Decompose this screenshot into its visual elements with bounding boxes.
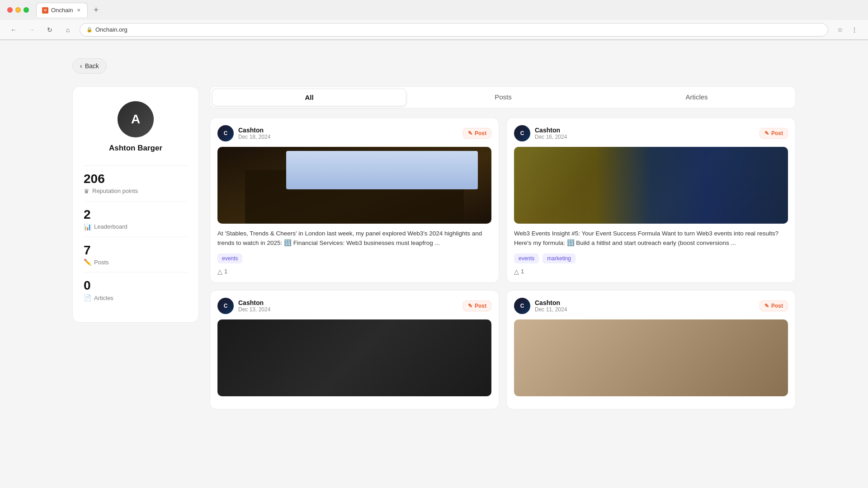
posts-icon: ✏️ — [84, 258, 91, 266]
main-layout: A Ashton Barger 206 ♛ Reputation points … — [72, 86, 796, 409]
upvote-button[interactable]: △ 1 — [217, 268, 227, 275]
reload-nav-button[interactable]: ↻ — [43, 23, 56, 36]
tab-close-button[interactable]: ✕ — [75, 7, 82, 14]
leaderboard-stat: 2 📊 Leaderboard — [84, 201, 188, 237]
author-name: Cashton — [535, 299, 567, 306]
bookmark-button[interactable]: ☆ — [834, 23, 846, 36]
address-bar[interactable]: 🔒 Onchain.org — [80, 23, 828, 37]
post-image — [514, 147, 788, 224]
post-author: C Cashton Dec 18, 2024 — [217, 125, 270, 141]
post-tag[interactable]: events — [514, 253, 539, 263]
posts-stat: 7 ✏️ Posts — [84, 237, 188, 272]
upvote-count: 1 — [224, 268, 227, 275]
post-tag[interactable]: marketing — [542, 253, 576, 263]
leaderboard-number: 2 — [84, 208, 188, 222]
content-tabs: All Posts Articles — [210, 86, 796, 108]
reputation-stat: 206 ♛ Reputation points — [84, 165, 188, 201]
profile-name: Ashton Barger — [109, 144, 162, 153]
tab-title: Onchain — [51, 7, 73, 14]
page-content: ‹ Back A Ashton Barger 206 ♛ Reputation … — [0, 40, 868, 488]
url-text: Onchain.org — [95, 26, 127, 33]
post-author-info: Cashton Dec 16, 2024 — [535, 127, 567, 140]
nav-actions: ☆ ⋮ — [834, 23, 861, 36]
browser-tab-onchain[interactable]: O Onchain ✕ — [36, 3, 88, 17]
content-area: All Posts Articles C Cashton — [210, 86, 796, 409]
lock-icon: 🔒 — [86, 27, 93, 33]
reputation-number: 206 — [84, 172, 188, 186]
articles-label: 📄 Articles — [84, 294, 188, 301]
back-nav-button[interactable]: ← — [7, 23, 20, 36]
post-date: Dec 11, 2024 — [535, 306, 567, 313]
author-name: Cashton — [535, 127, 567, 134]
menu-button[interactable]: ⋮ — [848, 23, 861, 36]
tab-all[interactable]: All — [212, 89, 406, 106]
avatar-image: A — [118, 101, 154, 137]
posts-grid: C Cashton Dec 18, 2024 ✎ Post — [210, 117, 796, 409]
titlebar: O Onchain ✕ + — [0, 0, 868, 20]
post-avatar: C — [217, 125, 234, 141]
upvote-button[interactable]: △ 1 — [514, 268, 524, 275]
post-date: Dec 16, 2024 — [535, 134, 567, 140]
avatar-image: C — [217, 298, 234, 314]
edit-icon: ✎ — [468, 303, 472, 309]
tab-posts[interactable]: Posts — [406, 89, 600, 106]
post-type-badge: ✎ Post — [760, 128, 788, 139]
post-author: C Cashton Dec 11, 2024 — [514, 298, 567, 314]
articles-icon: 📄 — [84, 294, 91, 301]
post-header: C Cashton Dec 18, 2024 ✎ Post — [217, 125, 491, 141]
traffic-lights — [7, 7, 29, 13]
post-type-badge: ✎ Post — [463, 128, 491, 139]
upvote-icon: △ — [217, 268, 222, 275]
forward-nav-button[interactable]: → — [25, 23, 38, 36]
new-tab-button[interactable]: + — [90, 4, 102, 16]
post-image — [217, 319, 491, 396]
post-header: C Cashton Dec 16, 2024 ✎ Post — [514, 125, 788, 141]
profile-section: A Ashton Barger — [84, 101, 188, 153]
articles-stat: 0 📄 Articles — [84, 272, 188, 308]
post-tags: events — [217, 253, 491, 263]
author-name: Cashton — [238, 299, 270, 306]
posts-label: ✏️ Posts — [84, 258, 188, 266]
crown-icon: ♛ — [84, 188, 90, 195]
post-author-info: Cashton Dec 18, 2024 — [238, 127, 270, 140]
maximize-window-button[interactable] — [24, 7, 29, 13]
avatar-image: C — [514, 125, 530, 141]
post-card: C Cashton Dec 16, 2024 ✎ Post — [506, 117, 796, 283]
upvote-count: 1 — [521, 268, 524, 275]
leaderboard-label: 📊 Leaderboard — [84, 223, 188, 230]
tab-articles[interactable]: Articles — [600, 89, 793, 106]
sidebar: A Ashton Barger 206 ♛ Reputation points … — [72, 86, 199, 323]
post-author-info: Cashton Dec 13, 2024 — [238, 299, 270, 313]
edit-icon: ✎ — [764, 303, 769, 309]
post-header: C Cashton Dec 13, 2024 ✎ Post — [217, 298, 491, 314]
avatar-image: C — [217, 125, 234, 141]
browser-navbar: ← → ↻ ⌂ 🔒 Onchain.org ☆ ⋮ — [0, 20, 868, 40]
author-name: Cashton — [238, 127, 270, 134]
post-tag[interactable]: events — [217, 253, 242, 263]
edit-icon: ✎ — [764, 130, 769, 136]
minimize-window-button[interactable] — [15, 7, 21, 13]
reputation-label: ♛ Reputation points — [84, 188, 188, 195]
post-footer: △ 1 — [514, 268, 788, 275]
back-button[interactable]: ‹ Back — [72, 58, 107, 74]
post-author-info: Cashton Dec 11, 2024 — [535, 299, 567, 313]
post-author: C Cashton Dec 16, 2024 — [514, 125, 567, 141]
post-author: C Cashton Dec 13, 2024 — [217, 298, 270, 314]
posts-number: 7 — [84, 244, 188, 258]
post-text: At 'Stables, Trends & Cheers' in London … — [217, 229, 491, 248]
post-type-badge: ✎ Post — [760, 300, 788, 311]
post-date: Dec 18, 2024 — [238, 134, 270, 140]
home-nav-button[interactable]: ⌂ — [61, 23, 74, 36]
post-card: C Cashton Dec 18, 2024 ✎ Post — [210, 117, 499, 283]
post-card: C Cashton Dec 13, 2024 ✎ Post — [210, 290, 499, 409]
back-button-label: Back — [85, 62, 99, 70]
post-avatar: C — [514, 298, 530, 314]
close-window-button[interactable] — [7, 7, 13, 13]
back-chevron-icon: ‹ — [80, 62, 82, 70]
post-header: C Cashton Dec 11, 2024 ✎ Post — [514, 298, 788, 314]
leaderboard-icon: 📊 — [84, 223, 91, 230]
post-avatar: C — [514, 125, 530, 141]
post-avatar: C — [217, 298, 234, 314]
post-text: Web3 Events Insight #5: Your Event Succe… — [514, 229, 788, 248]
post-tags: events marketing — [514, 253, 788, 263]
